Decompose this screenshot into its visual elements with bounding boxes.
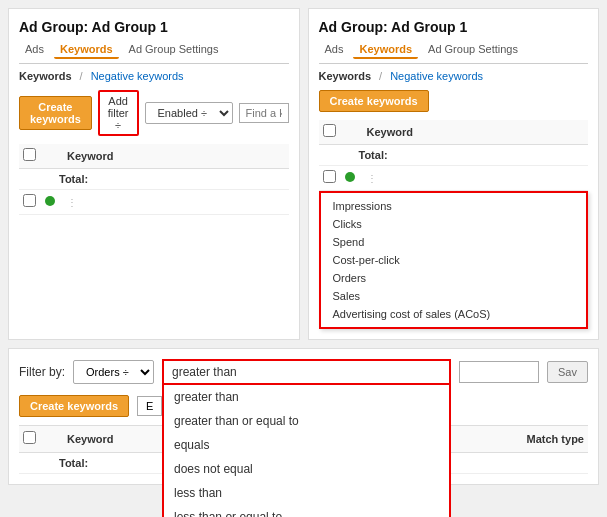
dropdown-orders[interactable]: Orders xyxy=(321,269,587,287)
tab-keywords-right[interactable]: Keywords xyxy=(353,41,418,59)
add-filter-label: Add filter ÷ xyxy=(108,95,129,131)
drag-handle-left[interactable]: ⋮ xyxy=(67,197,77,208)
left-data-row: ⋮ xyxy=(19,190,289,215)
top-row: Ad Group: Ad Group 1 Ads Keywords Ad Gro… xyxy=(0,0,607,344)
dropdown-acos[interactable]: Advertising cost of sales (ACoS) xyxy=(321,305,587,323)
column-dropdown-menu: Impressions Clicks Spend Cost-per-click … xyxy=(319,191,589,329)
filter-option-greater-than[interactable]: greater than xyxy=(164,385,449,409)
filter-option-equals[interactable]: equals xyxy=(164,433,449,457)
orders-select[interactable]: Orders ÷ xyxy=(73,360,154,384)
right-total-row: Total: xyxy=(319,145,589,166)
keyword-col-left: Keyword xyxy=(67,150,285,162)
dropdown-spend[interactable]: Spend xyxy=(321,233,587,251)
filter-option-lte[interactable]: less than or equal to xyxy=(164,505,449,517)
bottom-panel: Filter by: Orders ÷ greater than greater… xyxy=(8,348,599,485)
left-panel: Ad Group: Ad Group 1 Ads Keywords Ad Gro… xyxy=(8,8,300,340)
left-table-header: Keyword xyxy=(19,144,289,169)
dropdown-cpc[interactable]: Cost-per-click xyxy=(321,251,587,269)
right-toolbar: Create keywords xyxy=(319,90,589,112)
row-checkbox-right[interactable] xyxy=(323,170,336,183)
dot-green-left xyxy=(45,195,61,209)
filter-condition-selected[interactable]: greater than xyxy=(162,359,451,385)
tab-keywords-left[interactable]: Keywords xyxy=(54,41,119,59)
left-tabs: Ads Keywords Ad Group Settings xyxy=(19,41,289,64)
dot-green-right xyxy=(345,171,361,185)
right-data-row: ⋮ xyxy=(319,166,589,191)
filter-option-less-than[interactable]: less than xyxy=(164,481,449,505)
right-sub-tabs: Keywords / Negative keywords xyxy=(319,70,589,82)
row-checkbox-left[interactable] xyxy=(23,194,36,207)
create-keywords-btn-bottom[interactable]: Create keywords xyxy=(19,395,129,417)
filter-value-input[interactable] xyxy=(459,361,539,383)
enabled-btn-bottom[interactable]: E xyxy=(137,396,162,416)
row-check-right xyxy=(323,170,339,186)
row-check-left xyxy=(23,194,39,210)
right-tabs: Ads Keywords Ad Group Settings xyxy=(319,41,589,64)
dropdown-clicks[interactable]: Clicks xyxy=(321,215,587,233)
left-panel-title: Ad Group: Ad Group 1 xyxy=(19,19,289,35)
header-checkbox-left[interactable] xyxy=(23,148,36,161)
filter-option-not-equal[interactable]: does not equal xyxy=(164,457,449,481)
left-toolbar: Create keywords Add filter ÷ Enabled ÷ xyxy=(19,90,289,136)
filter-condition-wrapper: greater than greater than greater than o… xyxy=(162,359,451,385)
filter-condition-list: greater than greater than or equal to eq… xyxy=(162,385,451,517)
left-total-label: Total: xyxy=(59,173,88,185)
check-col-bottom xyxy=(23,431,39,447)
match-type-col: Match type xyxy=(527,433,584,445)
save-btn[interactable]: Sav xyxy=(547,361,588,383)
dropdown-sales[interactable]: Sales xyxy=(321,287,587,305)
header-checkbox-right[interactable] xyxy=(323,124,336,137)
filter-by-label: Filter by: xyxy=(19,365,65,379)
tab-adgroup-settings-left[interactable]: Ad Group Settings xyxy=(123,41,225,59)
tab-ads-left[interactable]: Ads xyxy=(19,41,50,59)
sub-tab-keywords-right[interactable]: Keywords xyxy=(319,70,372,82)
bottom-total-label: Total: xyxy=(59,457,88,469)
create-keywords-btn-right[interactable]: Create keywords xyxy=(319,90,429,112)
tab-adgroup-settings-right[interactable]: Ad Group Settings xyxy=(422,41,524,59)
create-keywords-btn-left[interactable]: Create keywords xyxy=(19,96,92,130)
sub-tab-negative-left[interactable]: Negative keywords xyxy=(91,70,184,82)
check-col-right xyxy=(323,124,339,140)
right-panel-title: Ad Group: Ad Group 1 xyxy=(319,19,589,35)
keyword-col-right: Keyword xyxy=(367,126,585,138)
main-container: Ad Group: Ad Group 1 Ads Keywords Ad Gro… xyxy=(0,0,607,493)
find-input-left[interactable] xyxy=(239,103,289,123)
enabled-select-left[interactable]: Enabled ÷ xyxy=(145,102,233,124)
sub-tab-keywords-left[interactable]: Keywords xyxy=(19,70,72,82)
filter-row: Filter by: Orders ÷ greater than greater… xyxy=(19,359,588,385)
right-table-header: Keyword xyxy=(319,120,589,145)
dropdown-impressions[interactable]: Impressions xyxy=(321,197,587,215)
filter-option-gte[interactable]: greater than or equal to xyxy=(164,409,449,433)
header-checkbox-bottom[interactable] xyxy=(23,431,36,444)
add-filter-btn[interactable]: Add filter ÷ xyxy=(98,90,139,136)
right-panel: Ad Group: Ad Group 1 Ads Keywords Ad Gro… xyxy=(308,8,600,340)
drag-handle-right[interactable]: ⋮ xyxy=(367,173,377,184)
sub-tab-negative-right[interactable]: Negative keywords xyxy=(390,70,483,82)
check-col-left xyxy=(23,148,39,164)
right-total-label: Total: xyxy=(359,149,388,161)
tab-ads-right[interactable]: Ads xyxy=(319,41,350,59)
left-sub-tabs: Keywords / Negative keywords xyxy=(19,70,289,82)
left-total-row: Total: xyxy=(19,169,289,190)
